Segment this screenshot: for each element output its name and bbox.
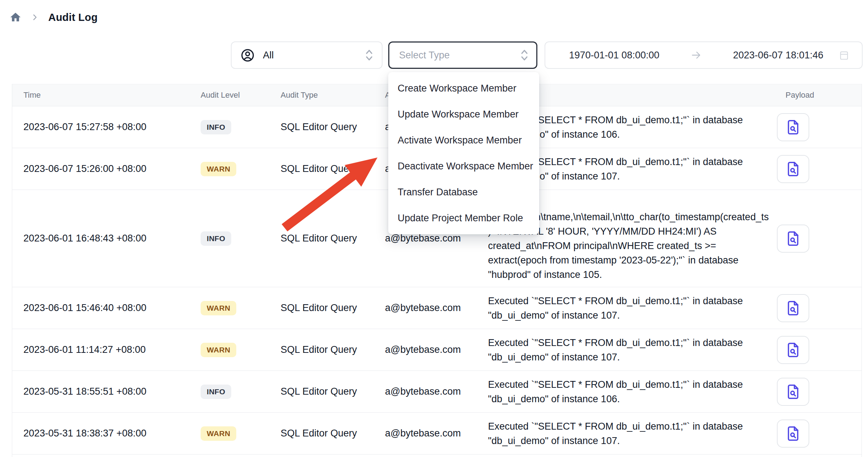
row-comment: Executed `"SELECT * FROM db_ui_demo.t1;"… [488,294,786,323]
arrow-right-icon [659,49,733,61]
row-comment: Executed `"SELECT * FROM db_ui_demo.t1;"… [488,419,786,448]
file-search-icon [785,231,801,247]
file-search-icon [785,384,801,400]
payload-view-button[interactable] [777,113,809,141]
row-actor: a@bytebase.com [385,344,488,355]
type-filter-select[interactable]: Select Type [388,41,537,69]
payload-view-button[interactable] [777,420,809,448]
dropdown-option-transfer-database[interactable]: Transfer Database [388,179,539,205]
file-search-icon [785,161,801,177]
row-comment: Executed `"SELECT * FROM db_ui_demo.t1;"… [488,377,786,406]
actor-filter-value: All [263,50,274,61]
col-header-payload: Payload [786,90,862,100]
payload-view-button[interactable] [777,336,809,364]
audit-log-page: Audit Log All Select Type 1970-01-01 08:… [0,0,868,457]
row-time: 2023-06-01 15:46:40 +08:00 [23,302,201,314]
row-actor: a@bytebase.com [385,386,488,397]
actor-filter-select[interactable]: All [231,41,382,69]
row-time: 2023-05-31 18:55:51 +08:00 [23,386,201,397]
chevrons-up-down-icon [520,47,529,63]
file-search-icon [785,119,801,135]
row-actor: a@bytebase.com [385,428,488,439]
audit-level-badge: WARN [201,426,236,441]
row-time: 2023-05-31 18:38:37 +08:00 [23,428,201,439]
file-search-icon [785,300,801,316]
type-select-dropdown: Create Workspace Member Update Workspace… [388,72,539,234]
row-time: 2023-06-01 11:14:27 +08:00 [23,344,201,355]
col-header-audit-type: Audit Type [281,90,385,100]
file-search-icon [785,426,801,442]
col-header-time: Time [23,90,201,100]
page-title: Audit Log [48,12,98,23]
file-search-icon [785,342,801,358]
row-audit-type: SQL Editor Query [281,163,385,174]
row-comment: Executed `"SELECT * FROM db_ui_demo.t1;"… [488,336,786,364]
audit-level-badge: WARN [201,162,236,176]
table-row: 2023-05-31 18:38:37 +08:00 WARN SQL Edit… [12,413,862,454]
row-audit-type: SQL Editor Query [281,302,385,314]
audit-level-badge: WARN [201,343,236,357]
table-row: 2023-06-01 15:46:40 +08:00 WARN SQL Edit… [12,287,862,329]
row-time: 2023-06-01 16:48:43 +08:00 [23,233,201,244]
audit-level-badge: INFO [201,120,231,134]
table-row: 2023-05-31 18:55:51 +08:00 INFO SQL Edit… [12,371,862,413]
audit-level-badge: INFO [201,385,231,399]
audit-level-badge: WARN [201,301,236,315]
row-time: 2023-06-07 15:26:00 +08:00 [23,163,201,174]
date-range-start: 1970-01-01 08:00:00 [569,50,659,61]
payload-view-button[interactable] [777,294,809,322]
table-row: 2023-06-01 11:14:27 +08:00 WARN SQL Edit… [12,329,862,371]
row-audit-type: SQL Editor Query [281,344,385,355]
calendar-icon [838,50,850,61]
dropdown-option-create-workspace-member[interactable]: Create Workspace Member [388,75,539,101]
payload-view-button[interactable] [777,378,809,406]
row-time: 2023-06-07 15:27:58 +08:00 [23,121,201,133]
row-audit-type: SQL Editor Query [281,428,385,439]
row-actor: a@bytebase.com [385,302,488,314]
table-row-clipped [12,454,862,457]
chevron-right-icon [31,13,39,21]
row-audit-type: SQL Editor Query [281,386,385,397]
type-filter-placeholder: Select Type [399,50,450,61]
dropdown-option-update-project-member-role[interactable]: Update Project Member Role [388,205,539,231]
audit-level-badge: INFO [201,231,231,246]
row-actor: a@bytebase.com [385,233,488,244]
date-range-end: 2023-06-07 18:01:46 [733,50,823,61]
dropdown-option-update-workspace-member[interactable]: Update Workspace Member [388,101,539,127]
home-icon[interactable] [9,11,22,23]
row-audit-type: SQL Editor Query [281,233,385,244]
dropdown-option-deactivate-workspace-member[interactable]: Deactivate Workspace Member [388,153,539,179]
payload-view-button[interactable] [777,155,809,183]
dropdown-option-activate-workspace-member[interactable]: Activate Workspace Member [388,127,539,153]
breadcrumb: Audit Log [9,10,98,25]
date-range-picker[interactable]: 1970-01-01 08:00:00 2023-06-07 18:01:46 [545,41,863,69]
chevrons-up-down-icon [364,47,374,63]
payload-view-button[interactable] [777,225,809,253]
person-circle-icon [240,48,255,63]
row-audit-type: SQL Editor Query [281,121,385,133]
col-header-audit-level: Audit Level [201,90,281,100]
